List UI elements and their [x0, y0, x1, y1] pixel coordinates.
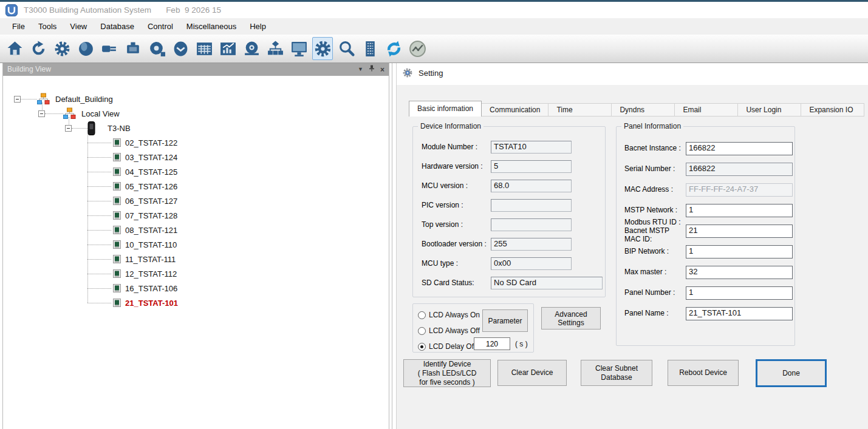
tree-item-device[interactable]: 11_TSTAT-111 — [3, 252, 389, 266]
dropdown-arrow-icon[interactable]: ▼ — [358, 67, 363, 72]
fan-icon[interactable] — [146, 37, 167, 60]
trend-icon[interactable] — [407, 37, 428, 60]
tree-branch-line — [87, 143, 111, 143]
title-bar: T3000 Building Automation System Feb 9 2… — [0, 2, 868, 18]
tree-item-label: 10_TSTAT-110 — [125, 240, 177, 249]
site-orgchart-icon — [37, 93, 50, 105]
tree-item-device[interactable]: 10_TSTAT-110 — [3, 237, 389, 252]
thermostat-icon — [113, 138, 121, 147]
tree-branch-line — [87, 303, 111, 303]
tree-item-label: Default_Building — [55, 95, 113, 104]
setting-title: Setting — [419, 69, 443, 78]
collapse-toggle-icon[interactable] — [14, 96, 21, 103]
close-icon[interactable]: × — [380, 66, 384, 73]
tree-branch-line — [87, 288, 111, 289]
search-icon[interactable] — [336, 37, 357, 60]
menu-item[interactable]: Control — [141, 18, 180, 35]
alarm-icon[interactable] — [241, 37, 262, 60]
sphere-icon[interactable] — [75, 37, 96, 60]
tree-branch-line — [87, 172, 111, 172]
tree-item-label: 08_TSTAT-121 — [125, 226, 177, 235]
tree-item-label: 03_TSTAT-124 — [125, 153, 177, 162]
panel-splitter[interactable] — [392, 63, 392, 429]
building-icon[interactable] — [360, 37, 380, 60]
thermostat-icon — [113, 211, 121, 220]
config-gear-icon[interactable] — [52, 37, 72, 60]
pump-icon[interactable] — [123, 37, 143, 60]
thermostat-icon — [113, 226, 121, 235]
menu-item[interactable]: File — [5, 18, 32, 35]
tree-branch-line — [87, 259, 111, 260]
building-view-header: Building View ▼ × — [3, 63, 389, 76]
tree-branch-line — [72, 128, 87, 129]
tree-item-label: 05_TSTAT-126 — [125, 182, 177, 191]
sync-icon[interactable] — [383, 37, 404, 60]
tree-branch-line — [21, 99, 37, 100]
thermostat-icon — [113, 299, 121, 308]
tree-item-label: 04_TSTAT-125 — [125, 167, 177, 177]
pin-icon[interactable] — [369, 63, 375, 76]
tree-branch-line — [87, 186, 111, 187]
tree-item-device[interactable]: 04_TSTAT-125 — [3, 164, 389, 179]
building-view-title: Building View — [7, 65, 51, 73]
calendar-icon[interactable] — [194, 37, 214, 60]
tree-item-label: 02_TSTAT-122 — [125, 138, 177, 147]
tree-branch-line — [87, 215, 111, 216]
monitor-icon[interactable] — [289, 37, 309, 60]
tree-branch-line — [87, 230, 111, 231]
identify-device-button[interactable]: Identify Device ( Flash LEDs/LCD for fiv… — [403, 359, 491, 387]
tree-item-device[interactable]: 21_TSTAT-101 — [3, 296, 389, 310]
tree-item-label: T3-NB — [108, 124, 131, 133]
home-icon[interactable] — [4, 37, 25, 60]
menu-item[interactable]: Miscellaneous — [180, 18, 243, 35]
schedule-clock-icon[interactable] — [170, 37, 191, 60]
app-logo-icon — [5, 4, 18, 16]
setting-content: Basic information Communication Time Dyn… — [397, 85, 868, 429]
menu-item[interactable]: Database — [94, 18, 141, 35]
tree-item-label: 07_TSTAT-128 — [125, 211, 177, 220]
plug-icon[interactable] — [99, 37, 120, 60]
building-tree: Default_Building Local View T3-NB — [3, 76, 389, 429]
tree-item-label: 06_TSTAT-127 — [125, 197, 177, 206]
thermostat-icon — [113, 269, 121, 279]
refresh-icon[interactable] — [28, 37, 49, 60]
done-button[interactable]: Done — [756, 359, 827, 387]
thermostat-icon — [113, 284, 121, 293]
tree-branch-line — [87, 245, 111, 245]
tree-item-controller[interactable]: T3-NB — [65, 121, 131, 135]
tree-item-device[interactable]: 05_TSTAT-126 — [3, 179, 389, 194]
menu-item[interactable]: Help — [243, 18, 273, 35]
thermostat-icon — [113, 255, 121, 264]
tree-item-device[interactable]: 08_TSTAT-121 — [3, 223, 389, 237]
network-icon[interactable] — [265, 37, 285, 60]
thermostat-icon — [113, 197, 121, 206]
tree-item-device[interactable]: 06_TSTAT-127 — [3, 194, 389, 208]
collapse-toggle-icon[interactable] — [38, 110, 45, 117]
tree-item-default-building[interactable]: Default_Building — [14, 92, 113, 106]
tree-item-device[interactable]: 02_TSTAT-122 — [3, 135, 389, 150]
menu-bar: File Tools View Database Control Miscell… — [0, 18, 868, 35]
main-area: Building View ▼ × Default_Building — [0, 63, 868, 429]
tree-item-device[interactable]: 12_TSTAT-112 — [3, 266, 389, 281]
reboot-device-button[interactable]: Reboot Device — [668, 360, 739, 386]
settings-gear-icon[interactable] — [312, 37, 333, 60]
chart-icon[interactable] — [217, 37, 238, 60]
clear-device-button[interactable]: Clear Device — [497, 360, 567, 386]
action-button-row: Identify Device ( Flash LEDs/LCD for fiv… — [397, 85, 868, 429]
menu-item[interactable]: Tools — [32, 18, 63, 35]
app-datetime: Feb 9 2026 15 — [166, 5, 221, 15]
clear-subnet-database-button[interactable]: Clear Subnet Database — [581, 360, 652, 386]
collapse-toggle-icon[interactable] — [65, 125, 72, 132]
settings-gear-icon — [402, 67, 413, 78]
controller-device-icon — [87, 121, 96, 135]
tree-item-device[interactable]: 16_TSTAT-106 — [3, 281, 389, 296]
tree-item-local-view[interactable]: Local View — [38, 106, 120, 121]
tree-item-label: Local View — [81, 109, 120, 118]
tree-item-label: 12_TSTAT-112 — [125, 269, 177, 279]
tree-item-device[interactable]: 03_TSTAT-124 — [3, 150, 389, 164]
tree-item-device[interactable]: 07_TSTAT-128 — [3, 208, 389, 223]
tree-branch-line — [87, 201, 111, 201]
menu-item[interactable]: View — [63, 18, 94, 35]
thermostat-icon — [113, 182, 121, 191]
tree-branch-line — [87, 274, 111, 274]
